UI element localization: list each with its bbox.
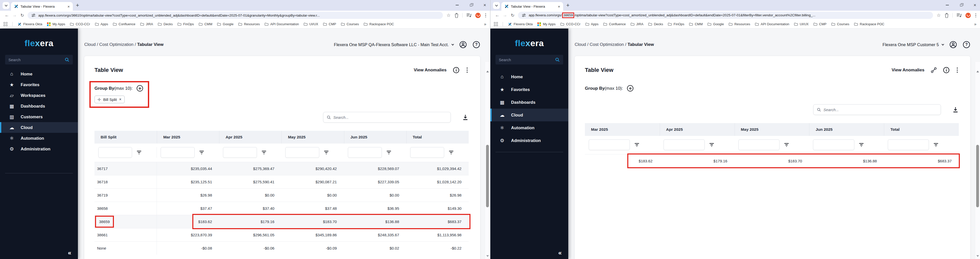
column-filter-input[interactable] bbox=[813, 139, 854, 150]
help-icon[interactable]: ? bbox=[963, 41, 970, 49]
sidebar-item[interactable]: ★ Favorites bbox=[0, 79, 78, 90]
scroll-down-arrow[interactable] bbox=[977, 255, 979, 257]
bookmark-folder[interactable]: Decks bbox=[648, 22, 663, 26]
scrollbar-thumb[interactable] bbox=[486, 145, 489, 207]
column-filter-input[interactable] bbox=[888, 139, 929, 150]
filter-icon[interactable] bbox=[784, 143, 789, 147]
avatar-icon[interactable] bbox=[949, 41, 957, 49]
sidebar-item[interactable]: ⌂ Home bbox=[0, 69, 78, 79]
address-bar[interactable]: app.flexera.com/orgs/38659/optima/tabula… bbox=[518, 12, 933, 19]
column-header[interactable]: Apr 2025 bbox=[660, 123, 735, 136]
bookmark-folder[interactable]: CMP bbox=[323, 22, 336, 26]
table-row[interactable]: $183.62 $179.16 $183.70 $136.88 $683.37 bbox=[585, 154, 959, 167]
table-row[interactable]: 36717 $235,035.44 $275,369.47 $290,420.4… bbox=[94, 162, 469, 175]
column-header[interactable]: Bill Split bbox=[94, 131, 157, 144]
bookmark-item[interactable]: My Apps bbox=[538, 22, 555, 26]
bookmarks-overflow-chevron[interactable]: » bbox=[484, 22, 486, 27]
add-group-by-button[interactable] bbox=[627, 85, 633, 92]
sidebar-search-input[interactable] bbox=[499, 58, 553, 62]
bookmark-folder[interactable]: Rackspace POC bbox=[854, 22, 884, 26]
bookmark-folder[interactable]: Decks bbox=[158, 22, 173, 26]
download-icon[interactable] bbox=[462, 114, 469, 121]
browser-menu-icon[interactable] bbox=[485, 13, 487, 17]
sidebar-item[interactable]: ⚙ Administration bbox=[490, 134, 568, 147]
column-header[interactable]: Jun 2025 bbox=[809, 123, 884, 136]
column-header[interactable]: May 2025 bbox=[735, 123, 810, 136]
bookmark-folder[interactable]: CCO-CCr bbox=[560, 22, 580, 26]
column-header[interactable]: Total bbox=[884, 123, 959, 136]
more-options-icon[interactable] bbox=[466, 68, 469, 73]
chip-remove-icon[interactable]: × bbox=[119, 97, 121, 101]
sidebar-item[interactable]: ☁ Cloud bbox=[490, 109, 568, 122]
bookmark-folder[interactable]: JIRA bbox=[140, 22, 153, 26]
bookmark-folder[interactable]: CCO-CCr bbox=[70, 22, 90, 26]
column-filter-input[interactable] bbox=[663, 139, 705, 150]
sidebar-collapse-button[interactable]: « bbox=[558, 249, 562, 256]
bookmark-item[interactable]: My Apps bbox=[47, 22, 65, 26]
window-close-button[interactable]: × bbox=[483, 3, 487, 7]
sidebar-collapse-button[interactable]: « bbox=[68, 249, 71, 256]
window-minimize-button[interactable] bbox=[455, 3, 459, 7]
column-filter-input[interactable] bbox=[161, 147, 195, 158]
bookmark-folder[interactable]: FinOps bbox=[178, 22, 194, 26]
bookmark-folder[interactable]: Resources bbox=[238, 22, 260, 26]
bookmark-folder[interactable]: UI/UX bbox=[304, 22, 318, 26]
column-header[interactable]: Total bbox=[406, 131, 469, 144]
table-row[interactable]: 38661 $223,870.39 $296,561.05 $345,189.8… bbox=[94, 228, 469, 242]
apps-grid-icon[interactable] bbox=[3, 22, 7, 26]
bookmark-folder[interactable]: Google bbox=[217, 22, 234, 26]
apps-grid-icon[interactable] bbox=[494, 22, 498, 26]
reload-icon[interactable]: ↻ bbox=[18, 13, 26, 18]
table-search[interactable] bbox=[323, 112, 451, 123]
table-search-input[interactable] bbox=[823, 107, 937, 112]
playlist-icon[interactable] bbox=[956, 13, 962, 17]
filter-icon[interactable] bbox=[709, 143, 714, 147]
bookmark-folder[interactable]: Rackspace POC bbox=[364, 22, 394, 26]
new-tab-button[interactable]: + bbox=[566, 3, 570, 8]
account-selector[interactable]: Flexera One MSP Customer 5 bbox=[883, 42, 944, 47]
column-filter-input[interactable] bbox=[223, 147, 257, 158]
window-restore-button[interactable] bbox=[959, 3, 963, 7]
column-filter-input[interactable] bbox=[98, 147, 132, 158]
column-header[interactable]: Mar 2025 bbox=[585, 123, 660, 136]
table-row[interactable]: None -$0.08 -$0.06 -$0.09 $0.02 -$0.22 bbox=[94, 242, 469, 255]
info-icon[interactable] bbox=[453, 67, 460, 73]
bookmark-folder[interactable]: Apps bbox=[585, 22, 599, 26]
filter-icon[interactable] bbox=[261, 150, 266, 155]
filter-icon[interactable] bbox=[635, 143, 639, 147]
bookmark-folder[interactable]: FinOps bbox=[668, 22, 684, 26]
extension-badge-icon[interactable] bbox=[475, 13, 480, 18]
table-row[interactable]: 38658 $37.47 $37.40 $37.48 $36.95 $149.3… bbox=[94, 202, 469, 215]
link-nodes-icon[interactable] bbox=[931, 67, 937, 73]
add-group-by-button[interactable] bbox=[137, 85, 143, 92]
breadcrumb-path[interactable]: Cloud / Cost Optimization / bbox=[84, 42, 136, 47]
column-filter-input[interactable] bbox=[738, 139, 780, 150]
bookmark-folder[interactable]: API Documentation bbox=[265, 22, 299, 26]
column-header[interactable]: Jun 2025 bbox=[344, 131, 406, 144]
bookmark-folder[interactable]: Google bbox=[708, 22, 724, 26]
bookmark-folder[interactable]: JIRA bbox=[631, 22, 643, 26]
table-row[interactable]: 36719 $26.98 $0.00 $0.00 $0.00 $26.98 bbox=[94, 188, 469, 202]
table-row[interactable]: 36718 $235,125.51 $275,590.41 $290,087.2… bbox=[94, 175, 469, 188]
bookmark-folder[interactable]: API Documentation bbox=[755, 22, 789, 26]
sidebar-search[interactable] bbox=[495, 55, 563, 65]
bookmark-folder[interactable]: Resources bbox=[729, 22, 750, 26]
sidebar-item[interactable]: ★ Favorites bbox=[490, 83, 568, 96]
column-header[interactable]: Mar 2025 bbox=[157, 131, 219, 144]
bookmark-folder[interactable]: UI/UX bbox=[794, 22, 809, 26]
avatar-icon[interactable] bbox=[459, 41, 467, 49]
help-icon[interactable]: ? bbox=[473, 41, 480, 49]
tab-close-icon[interactable]: × bbox=[67, 4, 70, 9]
extension-badge-icon[interactable] bbox=[966, 13, 971, 18]
browser-tab[interactable]: Tabular View - Flexera × bbox=[11, 2, 73, 11]
tab-search-button[interactable] bbox=[3, 2, 10, 9]
scroll-up-arrow[interactable] bbox=[977, 71, 979, 73]
column-header[interactable]: May 2025 bbox=[282, 131, 344, 144]
extensions-icon[interactable] bbox=[945, 13, 948, 18]
bookmark-star-icon[interactable]: ☆ bbox=[937, 13, 941, 18]
tab-close-icon[interactable]: × bbox=[557, 4, 561, 9]
info-icon[interactable] bbox=[943, 67, 950, 73]
table-row[interactable]: 38659 $183.62 $179.16 $183.70 $136.88 $6… bbox=[94, 215, 469, 228]
bookmark-folder[interactable]: Courses bbox=[831, 22, 849, 26]
sidebar-item[interactable]: ⚙ Administration bbox=[0, 144, 78, 154]
